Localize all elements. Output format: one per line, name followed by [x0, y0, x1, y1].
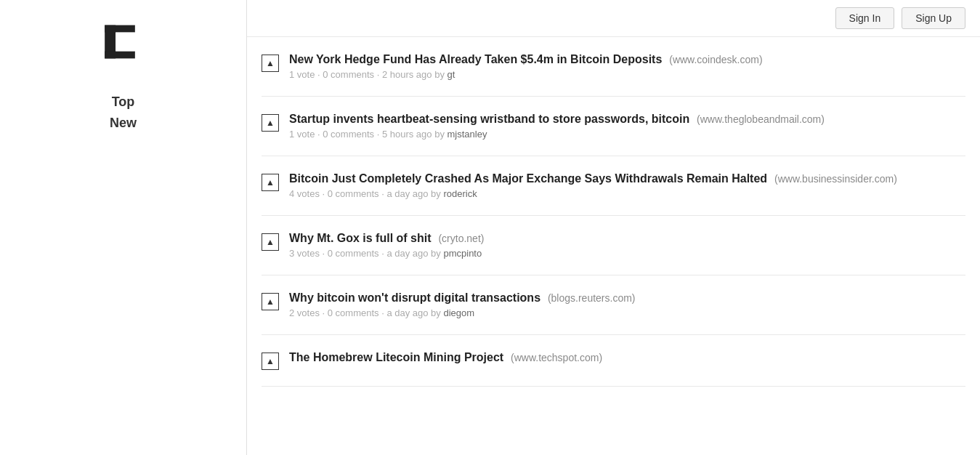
upvote-button[interactable]: ▲ — [262, 233, 279, 251]
upvote-button[interactable]: ▲ — [262, 114, 279, 132]
sign-in-button[interactable]: Sign In — [835, 7, 895, 29]
upvote-button[interactable]: ▲ — [262, 174, 279, 191]
story-content: Bitcoin Just Completely Crashed As Major… — [289, 172, 965, 199]
story-domain: (www.techspot.com) — [508, 352, 602, 363]
story-content: Why bitcoin won't disrupt digital transa… — [289, 291, 965, 318]
story-meta: 1 vote · 0 comments · 5 hours ago by mjs… — [289, 129, 965, 140]
story-meta: 2 votes · 0 comments · a day ago by dieg… — [289, 307, 965, 318]
upvote-button[interactable]: ▲ — [262, 293, 279, 310]
story-domain: (www.theglobeandmail.com) — [694, 113, 825, 125]
sidebar: Top New — [0, 0, 247, 455]
auth-buttons: Sign In Sign Up — [835, 7, 965, 29]
site-logo[interactable] — [102, 22, 145, 65]
story-author[interactable]: roderick — [443, 188, 477, 199]
story-title[interactable]: Startup invents heartbeat-sensing wristb… — [289, 113, 689, 125]
story-item: ▲The Homebrew Litecoin Mining Project (w… — [262, 335, 965, 387]
svg-rect-3 — [116, 33, 135, 52]
story-title[interactable]: Bitcoin Just Completely Crashed As Major… — [289, 172, 767, 185]
story-domain: (www.businessinsider.com) — [772, 173, 897, 185]
story-meta: 3 votes · 0 comments · a day ago by pmcp… — [289, 248, 965, 259]
story-domain: (cryto.net) — [436, 233, 485, 244]
sign-up-button[interactable]: Sign Up — [902, 7, 965, 29]
story-title[interactable]: The Homebrew Litecoin Mining Project — [289, 351, 503, 363]
main-content: Sign In Sign Up ▲New York Hedge Fund Has… — [247, 0, 980, 455]
story-domain: (www.coindesk.com) — [666, 54, 762, 65]
story-domain: (blogs.reuters.com) — [545, 292, 635, 304]
story-content: Why Mt. Gox is full of shit (cryto.net)3… — [289, 232, 965, 259]
story-item: ▲Bitcoin Just Completely Crashed As Majo… — [262, 156, 965, 216]
story-content: New York Hedge Fund Has Already Taken $5… — [289, 53, 965, 80]
header: Sign In Sign Up — [247, 0, 980, 37]
story-content: Startup invents heartbeat-sensing wristb… — [289, 113, 965, 140]
story-author[interactable]: mjstanley — [448, 129, 487, 140]
story-author[interactable]: pmcpinto — [443, 248, 482, 259]
story-item: ▲New York Hedge Fund Has Already Taken $… — [262, 37, 965, 97]
story-meta: 4 votes · 0 comments · a day ago by rode… — [289, 188, 965, 199]
story-content: The Homebrew Litecoin Mining Project (ww… — [289, 351, 965, 364]
story-item: ▲Startup invents heartbeat-sensing wrist… — [262, 97, 965, 156]
svg-rect-2 — [105, 51, 135, 58]
upvote-button[interactable]: ▲ — [262, 55, 279, 72]
sidebar-nav: Top New — [110, 94, 137, 131]
story-item: ▲Why Mt. Gox is full of shit (cryto.net)… — [262, 216, 965, 275]
story-title[interactable]: New York Hedge Fund Has Already Taken $5… — [289, 53, 662, 65]
story-item: ▲Why bitcoin won't disrupt digital trans… — [262, 275, 965, 335]
story-meta: 1 vote · 0 comments · 2 hours ago by gt — [289, 69, 965, 80]
sidebar-item-new[interactable]: New — [110, 116, 137, 131]
story-author[interactable]: gt — [448, 69, 455, 80]
stories-list: ▲New York Hedge Fund Has Already Taken $… — [247, 37, 980, 455]
sidebar-item-top[interactable]: Top — [112, 94, 135, 110]
story-title[interactable]: Why Mt. Gox is full of shit — [289, 232, 432, 244]
upvote-button[interactable]: ▲ — [262, 353, 279, 370]
story-author[interactable]: diegom — [443, 307, 474, 318]
story-title[interactable]: Why bitcoin won't disrupt digital transa… — [289, 291, 540, 304]
